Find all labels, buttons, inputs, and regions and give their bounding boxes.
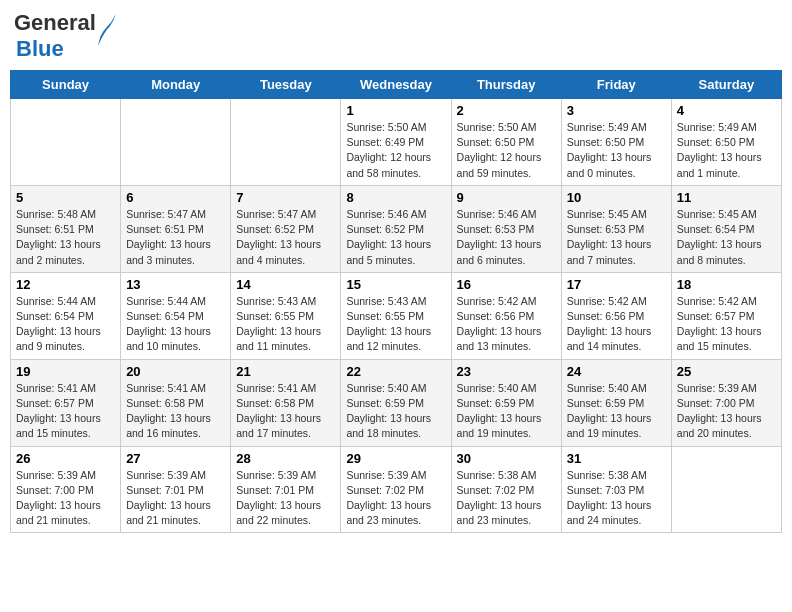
day-of-week-header: Wednesday bbox=[341, 71, 451, 99]
day-of-week-header: Thursday bbox=[451, 71, 561, 99]
day-number: 24 bbox=[567, 364, 666, 379]
day-number: 6 bbox=[126, 190, 225, 205]
calendar-cell: 31Sunrise: 5:38 AM Sunset: 7:03 PM Dayli… bbox=[561, 446, 671, 533]
day-info: Sunrise: 5:42 AM Sunset: 6:56 PM Dayligh… bbox=[567, 294, 666, 355]
logo: General Blue bbox=[14, 10, 96, 62]
day-number: 29 bbox=[346, 451, 445, 466]
calendar-cell: 29Sunrise: 5:39 AM Sunset: 7:02 PM Dayli… bbox=[341, 446, 451, 533]
calendar-cell: 2Sunrise: 5:50 AM Sunset: 6:50 PM Daylig… bbox=[451, 99, 561, 186]
calendar-cell: 11Sunrise: 5:45 AM Sunset: 6:54 PM Dayli… bbox=[671, 185, 781, 272]
day-number: 5 bbox=[16, 190, 115, 205]
calendar-week-row: 1Sunrise: 5:50 AM Sunset: 6:49 PM Daylig… bbox=[11, 99, 782, 186]
day-number: 20 bbox=[126, 364, 225, 379]
calendar-cell: 17Sunrise: 5:42 AM Sunset: 6:56 PM Dayli… bbox=[561, 272, 671, 359]
calendar-cell: 14Sunrise: 5:43 AM Sunset: 6:55 PM Dayli… bbox=[231, 272, 341, 359]
calendar-cell: 13Sunrise: 5:44 AM Sunset: 6:54 PM Dayli… bbox=[121, 272, 231, 359]
day-number: 15 bbox=[346, 277, 445, 292]
day-info: Sunrise: 5:44 AM Sunset: 6:54 PM Dayligh… bbox=[16, 294, 115, 355]
calendar-cell bbox=[121, 99, 231, 186]
day-number: 13 bbox=[126, 277, 225, 292]
day-number: 11 bbox=[677, 190, 776, 205]
day-number: 25 bbox=[677, 364, 776, 379]
day-info: Sunrise: 5:50 AM Sunset: 6:49 PM Dayligh… bbox=[346, 120, 445, 181]
day-number: 17 bbox=[567, 277, 666, 292]
day-info: Sunrise: 5:49 AM Sunset: 6:50 PM Dayligh… bbox=[567, 120, 666, 181]
calendar-week-row: 19Sunrise: 5:41 AM Sunset: 6:57 PM Dayli… bbox=[11, 359, 782, 446]
day-info: Sunrise: 5:45 AM Sunset: 6:53 PM Dayligh… bbox=[567, 207, 666, 268]
day-number: 3 bbox=[567, 103, 666, 118]
day-number: 18 bbox=[677, 277, 776, 292]
day-number: 9 bbox=[457, 190, 556, 205]
calendar-header-row: SundayMondayTuesdayWednesdayThursdayFrid… bbox=[11, 71, 782, 99]
calendar-week-row: 26Sunrise: 5:39 AM Sunset: 7:00 PM Dayli… bbox=[11, 446, 782, 533]
day-number: 2 bbox=[457, 103, 556, 118]
day-number: 8 bbox=[346, 190, 445, 205]
calendar-cell: 18Sunrise: 5:42 AM Sunset: 6:57 PM Dayli… bbox=[671, 272, 781, 359]
calendar-cell: 8Sunrise: 5:46 AM Sunset: 6:52 PM Daylig… bbox=[341, 185, 451, 272]
calendar-cell: 25Sunrise: 5:39 AM Sunset: 7:00 PM Dayli… bbox=[671, 359, 781, 446]
calendar-cell: 30Sunrise: 5:38 AM Sunset: 7:02 PM Dayli… bbox=[451, 446, 561, 533]
day-info: Sunrise: 5:40 AM Sunset: 6:59 PM Dayligh… bbox=[567, 381, 666, 442]
calendar-cell: 24Sunrise: 5:40 AM Sunset: 6:59 PM Dayli… bbox=[561, 359, 671, 446]
day-info: Sunrise: 5:39 AM Sunset: 7:01 PM Dayligh… bbox=[236, 468, 335, 529]
day-info: Sunrise: 5:42 AM Sunset: 6:57 PM Dayligh… bbox=[677, 294, 776, 355]
header: General Blue bbox=[10, 10, 782, 62]
day-info: Sunrise: 5:45 AM Sunset: 6:54 PM Dayligh… bbox=[677, 207, 776, 268]
day-info: Sunrise: 5:39 AM Sunset: 7:00 PM Dayligh… bbox=[16, 468, 115, 529]
calendar-cell: 12Sunrise: 5:44 AM Sunset: 6:54 PM Dayli… bbox=[11, 272, 121, 359]
calendar-cell: 16Sunrise: 5:42 AM Sunset: 6:56 PM Dayli… bbox=[451, 272, 561, 359]
calendar-cell bbox=[231, 99, 341, 186]
calendar-cell: 20Sunrise: 5:41 AM Sunset: 6:58 PM Dayli… bbox=[121, 359, 231, 446]
calendar-cell: 21Sunrise: 5:41 AM Sunset: 6:58 PM Dayli… bbox=[231, 359, 341, 446]
day-info: Sunrise: 5:38 AM Sunset: 7:03 PM Dayligh… bbox=[567, 468, 666, 529]
day-info: Sunrise: 5:41 AM Sunset: 6:58 PM Dayligh… bbox=[236, 381, 335, 442]
day-number: 26 bbox=[16, 451, 115, 466]
day-info: Sunrise: 5:47 AM Sunset: 6:51 PM Dayligh… bbox=[126, 207, 225, 268]
day-info: Sunrise: 5:39 AM Sunset: 7:02 PM Dayligh… bbox=[346, 468, 445, 529]
day-number: 28 bbox=[236, 451, 335, 466]
day-of-week-header: Friday bbox=[561, 71, 671, 99]
day-info: Sunrise: 5:43 AM Sunset: 6:55 PM Dayligh… bbox=[236, 294, 335, 355]
logo-bird-icon bbox=[96, 12, 118, 48]
calendar-week-row: 12Sunrise: 5:44 AM Sunset: 6:54 PM Dayli… bbox=[11, 272, 782, 359]
calendar-cell: 3Sunrise: 5:49 AM Sunset: 6:50 PM Daylig… bbox=[561, 99, 671, 186]
calendar-cell bbox=[671, 446, 781, 533]
calendar-cell: 23Sunrise: 5:40 AM Sunset: 6:59 PM Dayli… bbox=[451, 359, 561, 446]
day-number: 22 bbox=[346, 364, 445, 379]
day-of-week-header: Monday bbox=[121, 71, 231, 99]
day-number: 21 bbox=[236, 364, 335, 379]
day-of-week-header: Tuesday bbox=[231, 71, 341, 99]
day-number: 23 bbox=[457, 364, 556, 379]
calendar-cell: 19Sunrise: 5:41 AM Sunset: 6:57 PM Dayli… bbox=[11, 359, 121, 446]
day-info: Sunrise: 5:41 AM Sunset: 6:57 PM Dayligh… bbox=[16, 381, 115, 442]
calendar-cell: 9Sunrise: 5:46 AM Sunset: 6:53 PM Daylig… bbox=[451, 185, 561, 272]
day-info: Sunrise: 5:39 AM Sunset: 7:00 PM Dayligh… bbox=[677, 381, 776, 442]
day-info: Sunrise: 5:43 AM Sunset: 6:55 PM Dayligh… bbox=[346, 294, 445, 355]
day-of-week-header: Saturday bbox=[671, 71, 781, 99]
day-info: Sunrise: 5:41 AM Sunset: 6:58 PM Dayligh… bbox=[126, 381, 225, 442]
calendar: SundayMondayTuesdayWednesdayThursdayFrid… bbox=[10, 70, 782, 533]
day-info: Sunrise: 5:50 AM Sunset: 6:50 PM Dayligh… bbox=[457, 120, 556, 181]
calendar-cell: 1Sunrise: 5:50 AM Sunset: 6:49 PM Daylig… bbox=[341, 99, 451, 186]
day-number: 12 bbox=[16, 277, 115, 292]
day-number: 14 bbox=[236, 277, 335, 292]
day-number: 19 bbox=[16, 364, 115, 379]
calendar-cell: 7Sunrise: 5:47 AM Sunset: 6:52 PM Daylig… bbox=[231, 185, 341, 272]
day-info: Sunrise: 5:44 AM Sunset: 6:54 PM Dayligh… bbox=[126, 294, 225, 355]
calendar-cell: 6Sunrise: 5:47 AM Sunset: 6:51 PM Daylig… bbox=[121, 185, 231, 272]
day-info: Sunrise: 5:42 AM Sunset: 6:56 PM Dayligh… bbox=[457, 294, 556, 355]
calendar-cell: 22Sunrise: 5:40 AM Sunset: 6:59 PM Dayli… bbox=[341, 359, 451, 446]
day-number: 10 bbox=[567, 190, 666, 205]
day-info: Sunrise: 5:46 AM Sunset: 6:52 PM Dayligh… bbox=[346, 207, 445, 268]
calendar-week-row: 5Sunrise: 5:48 AM Sunset: 6:51 PM Daylig… bbox=[11, 185, 782, 272]
day-info: Sunrise: 5:49 AM Sunset: 6:50 PM Dayligh… bbox=[677, 120, 776, 181]
day-of-week-header: Sunday bbox=[11, 71, 121, 99]
calendar-cell: 28Sunrise: 5:39 AM Sunset: 7:01 PM Dayli… bbox=[231, 446, 341, 533]
calendar-cell bbox=[11, 99, 121, 186]
calendar-cell: 5Sunrise: 5:48 AM Sunset: 6:51 PM Daylig… bbox=[11, 185, 121, 272]
day-info: Sunrise: 5:48 AM Sunset: 6:51 PM Dayligh… bbox=[16, 207, 115, 268]
day-info: Sunrise: 5:38 AM Sunset: 7:02 PM Dayligh… bbox=[457, 468, 556, 529]
day-info: Sunrise: 5:39 AM Sunset: 7:01 PM Dayligh… bbox=[126, 468, 225, 529]
day-number: 7 bbox=[236, 190, 335, 205]
day-info: Sunrise: 5:40 AM Sunset: 6:59 PM Dayligh… bbox=[346, 381, 445, 442]
